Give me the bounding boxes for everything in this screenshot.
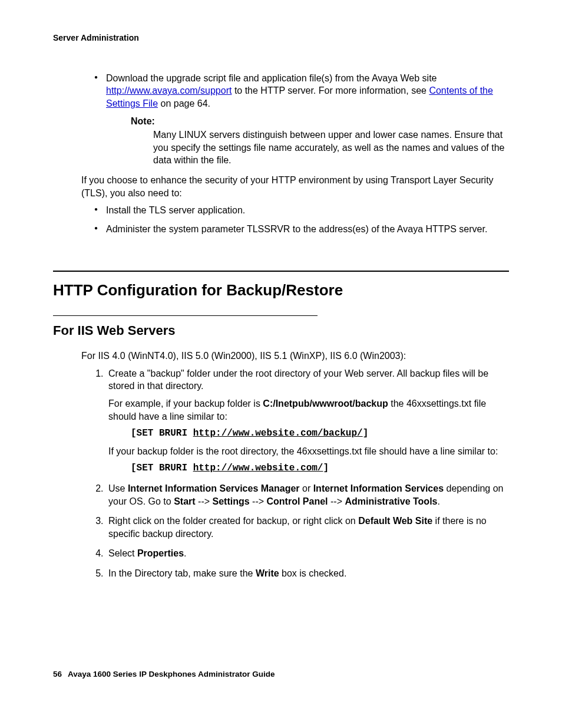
document-page: Server Administration Download the upgra…	[0, 0, 562, 728]
text: In the Directory tab, make sure the	[108, 568, 256, 578]
note-label: Note:	[131, 115, 509, 128]
heading-2: For IIS Web Servers	[53, 322, 509, 340]
heading-1: HTTP Configuration for Backup/Restore	[53, 280, 509, 301]
bold-text: C:/Inetpub/wwwroot/backup	[263, 398, 388, 409]
underline-text: http://www.website.com/backup/	[193, 428, 363, 439]
section-body: For IIS 4.0 (WinNT4.0), IIS 5.0 (Win2000…	[81, 350, 509, 579]
text: For example, if your backup folder is	[108, 398, 263, 409]
underline-text: http://www.website.com/	[193, 463, 323, 473]
list-item: Use Internet Information Services Manage…	[106, 482, 509, 508]
text: ]	[323, 463, 329, 473]
text: Create a "backup" folder under the root …	[108, 368, 488, 391]
text: .	[184, 548, 186, 558]
text: -->	[196, 496, 213, 506]
text: [SET BRURI	[131, 463, 193, 473]
bullet-list-2: Install the TLS server application. Admi…	[81, 204, 509, 235]
text: box is checked.	[279, 568, 347, 578]
note-text: Many LINUX servers distinguish between u…	[153, 129, 509, 167]
bold-text: Control Panel	[267, 496, 328, 506]
bold-text: Properties	[137, 548, 184, 558]
page-header: Server Administration	[53, 32, 509, 44]
section-rule	[53, 271, 509, 272]
list-item: Download the upgrade script file and app…	[106, 72, 509, 167]
bold-text: Internet Information Services	[313, 483, 444, 493]
text: -->	[250, 496, 267, 506]
text: ]	[363, 428, 369, 439]
text: Select	[108, 548, 137, 558]
paragraph: If your backup folder is the root direct…	[108, 445, 509, 458]
text: on page 64.	[158, 98, 210, 108]
text: Use	[108, 483, 128, 493]
text: .	[437, 496, 439, 506]
text: Right click on the folder created for ba…	[108, 516, 358, 526]
text: -->	[328, 496, 345, 506]
bold-text: Administrative Tools	[345, 496, 437, 506]
footer-title: Avaya 1600 Series IP Deskphones Administ…	[68, 670, 275, 678]
text: to the HTTP server. For more information…	[232, 85, 429, 95]
bold-text: Write	[256, 568, 279, 578]
page-number: 56	[53, 670, 62, 678]
code-block: [SET BRURI http://www.website.com/]	[131, 462, 509, 475]
bold-text: Settings	[213, 496, 250, 506]
bold-text: Internet Information Services Manager	[128, 483, 300, 493]
text: or	[300, 483, 313, 493]
list-item: In the Directory tab, make sure the Writ…	[106, 567, 509, 580]
paragraph: For IIS 4.0 (WinNT4.0), IIS 5.0 (Win2000…	[81, 350, 509, 363]
list-item: Right click on the folder created for ba…	[106, 515, 509, 540]
text: [SET BRURI	[131, 428, 193, 439]
list-item: Create a "backup" folder under the root …	[106, 367, 509, 475]
page-footer: 56Avaya 1600 Series IP Deskphones Admini…	[53, 669, 275, 680]
code-block: [SET BRURI http://www.website.com/backup…	[131, 427, 509, 440]
body-content: Download the upgrade script file and app…	[81, 72, 509, 236]
list-item: Install the TLS server application.	[106, 204, 509, 217]
paragraph: For example, if your backup folder is C:…	[108, 397, 509, 423]
subsection-rule	[53, 315, 318, 316]
text: Download the upgrade script file and app…	[106, 73, 437, 83]
paragraph: If you choose to enhance the security of…	[81, 174, 509, 199]
bold-text: Default Web Site	[358, 516, 432, 526]
list-item: Select Properties.	[106, 547, 509, 560]
note-block: Note: Many LINUX servers distinguish bet…	[131, 115, 509, 167]
support-link[interactable]: http://www.avaya.com/support	[106, 85, 232, 95]
ordered-steps: Create a "backup" folder under the root …	[81, 367, 509, 580]
bold-text: Start	[174, 496, 195, 506]
bullet-list-1: Download the upgrade script file and app…	[81, 72, 509, 167]
list-item: Administer the system parameter TLSSRVR …	[106, 223, 509, 236]
